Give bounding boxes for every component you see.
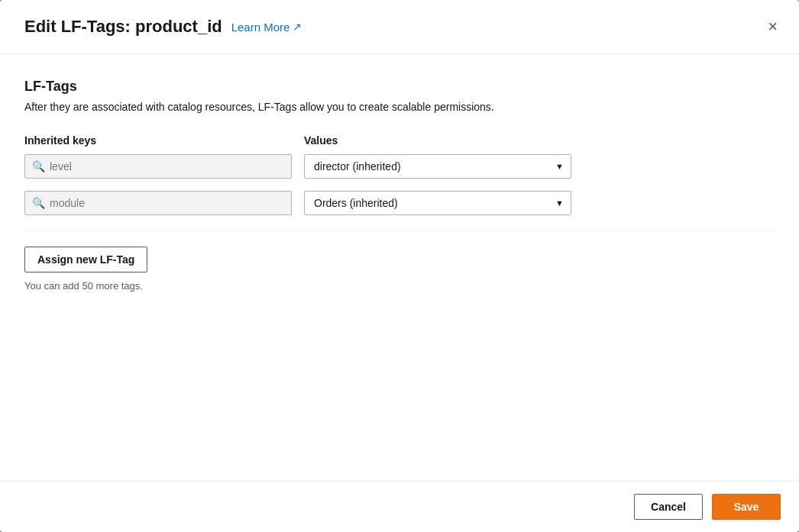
key-search-wrapper-2: 🔍	[24, 191, 292, 215]
value-select-wrapper-1: director (inherited) manager (inherited)…	[304, 154, 571, 179]
modal-dialog: Edit LF-Tags: product_id Learn More ↗ × …	[0, 0, 799, 532]
learn-more-link[interactable]: Learn More ↗	[231, 21, 302, 34]
values-column-header: Values	[304, 134, 775, 147]
modal-title: Edit LF-Tags: product_id	[24, 17, 222, 37]
inherited-keys-column-header: Inherited keys	[24, 134, 292, 147]
value-select-2[interactable]: Orders (inherited) Products (inherited) …	[304, 191, 571, 215]
modal-footer: Cancel Save	[0, 481, 799, 532]
close-button[interactable]: ×	[765, 15, 781, 38]
value-select-wrapper-2: Orders (inherited) Products (inherited) …	[304, 191, 571, 215]
learn-more-label: Learn More	[231, 21, 290, 34]
external-link-icon: ↗	[293, 21, 302, 33]
key-search-input-2[interactable]	[24, 191, 292, 215]
section-title: LF-Tags	[24, 79, 775, 95]
key-search-input-1[interactable]	[24, 154, 292, 179]
assign-new-lftag-button[interactable]: Assign new LF-Tag	[24, 247, 147, 272]
value-select-1[interactable]: director (inherited) manager (inherited)…	[304, 154, 571, 179]
cancel-button[interactable]: Cancel	[634, 494, 703, 520]
tags-column-headers: Inherited keys Values	[24, 134, 775, 147]
key-search-wrapper-1: 🔍	[24, 154, 292, 179]
tags-hint: You can add 50 more tags.	[24, 280, 775, 292]
table-row: 🔍 director (inherited) manager (inherite…	[24, 154, 775, 179]
divider	[24, 231, 775, 231]
search-icon: 🔍	[32, 160, 45, 172]
search-icon: 🔍	[32, 197, 45, 209]
modal-body: LF-Tags After they are associated with c…	[0, 54, 799, 481]
section-description: After they are associated with catalog r…	[24, 101, 775, 113]
tags-table: Inherited keys Values 🔍 director (inheri…	[24, 134, 775, 215]
table-row: 🔍 Orders (inherited) Products (inherited…	[24, 191, 775, 215]
modal-overlay: Edit LF-Tags: product_id Learn More ↗ × …	[0, 0, 799, 532]
modal-header: Edit LF-Tags: product_id Learn More ↗ ×	[0, 0, 799, 54]
save-button[interactable]: Save	[712, 494, 781, 520]
